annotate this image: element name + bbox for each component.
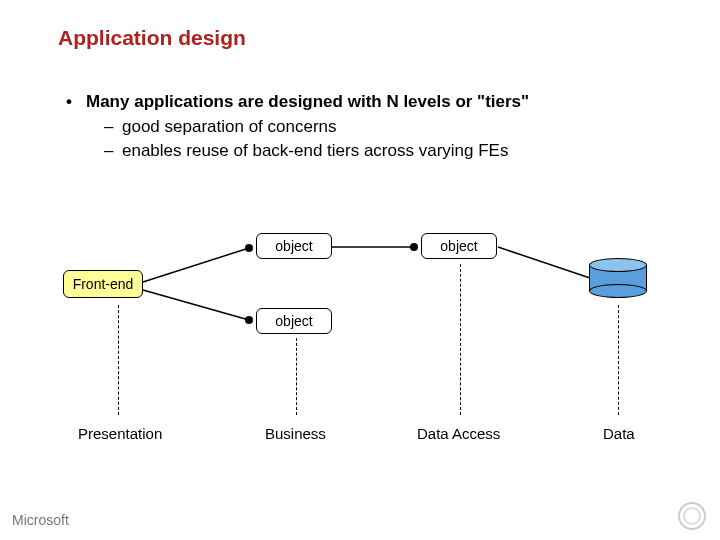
database-icon bbox=[589, 258, 647, 298]
tiers-diagram: Front-end object object object Presentat… bbox=[0, 200, 720, 450]
tier-label: Business bbox=[265, 425, 326, 442]
connector-lines bbox=[0, 200, 720, 450]
bullet-level-2: good separation of concerns bbox=[62, 115, 529, 140]
object-node: object bbox=[256, 233, 332, 259]
svg-line-6 bbox=[498, 247, 590, 278]
corner-icon bbox=[678, 502, 706, 530]
svg-line-2 bbox=[143, 290, 249, 320]
frontend-node: Front-end bbox=[63, 270, 143, 298]
body-text: Many applications are designed with N le… bbox=[62, 90, 529, 164]
bullet-level-1: Many applications are designed with N le… bbox=[62, 90, 529, 115]
bullet-level-2: enables reuse of back-end tiers across v… bbox=[62, 139, 529, 164]
tier-divider bbox=[118, 305, 119, 415]
tier-label: Data bbox=[603, 425, 635, 442]
tier-divider bbox=[296, 338, 297, 415]
object-node: object bbox=[421, 233, 497, 259]
slide-title: Application design bbox=[58, 26, 246, 50]
tier-label: Presentation bbox=[78, 425, 162, 442]
tier-divider bbox=[460, 264, 461, 415]
svg-point-5 bbox=[410, 243, 418, 251]
object-node: object bbox=[256, 308, 332, 334]
tier-label: Data Access bbox=[417, 425, 500, 442]
svg-line-0 bbox=[143, 248, 249, 282]
footer-brand: Microsoft bbox=[12, 512, 69, 528]
tier-divider bbox=[618, 305, 619, 415]
svg-point-1 bbox=[245, 244, 253, 252]
svg-point-3 bbox=[245, 316, 253, 324]
